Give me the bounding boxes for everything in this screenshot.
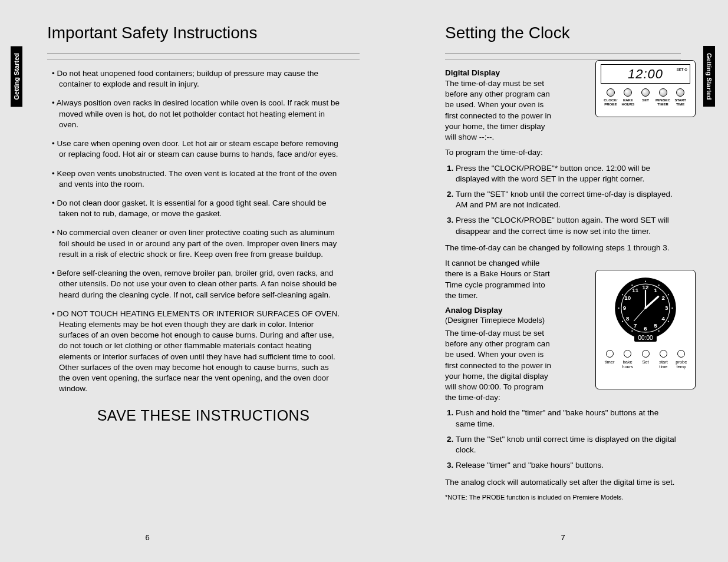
lcd-set-label: SET ⊙ (677, 67, 687, 71)
svg-point-18 (645, 281, 646, 282)
svg-text:7: 7 (634, 322, 637, 329)
analog-intro: The time-of-day must be set before any o… (445, 328, 554, 404)
min-sec-timer-button: MIN/SEC TIMER (654, 88, 672, 106)
svg-text:9: 9 (623, 305, 627, 311)
bullet-item: No commercial oven cleaner or oven liner… (52, 227, 360, 260)
digital-after1: The time-of-day can be changed by follow… (445, 243, 681, 253)
page-number-right: 7 (445, 533, 681, 542)
set-button: SET (637, 88, 654, 106)
svg-point-29 (631, 285, 633, 286)
svg-point-23 (658, 330, 660, 332)
lcd-screen: 12:00 SET ⊙ (601, 64, 690, 84)
divider (445, 53, 681, 60)
analog-clock-face: 12 1 2 3 4 5 6 7 8 9 10 11 (614, 276, 677, 340)
svg-point-22 (668, 321, 669, 322)
digital-intro2: To program the time-of-day: (445, 147, 681, 158)
analog-after: The analog clock will automatically set … (445, 477, 681, 488)
bullet-item: Before self-cleaning the oven, remove br… (52, 268, 360, 300)
svg-text:10: 10 (624, 295, 631, 301)
step-item: Release "timer" and "bake hours" buttons… (456, 460, 681, 471)
bullet-item: Keep oven vents unobstructed. The oven v… (52, 168, 360, 190)
safety-bullets: Do not heat unopened food containers; bu… (47, 68, 360, 394)
svg-text:11: 11 (632, 287, 638, 293)
bullet-item: Do not heat unopened food containers; bu… (52, 68, 360, 90)
bullet-item: DO NOT TOUCH HEATING ELEMENTS OR INTERIO… (52, 309, 360, 395)
page-title-right: Setting the Clock (445, 24, 681, 42)
bake-hours-button: BAKE HOURS (620, 88, 637, 106)
bullet-item: Do not clean door gasket. It is essentia… (52, 198, 360, 219)
clock-probe-button: CLOCK/ PROBE (602, 88, 620, 106)
start-time-button: START TIME (671, 88, 689, 106)
side-tab-left: Getting Started (11, 46, 22, 107)
step-item: Turn the "SET" knob until the correct ti… (456, 189, 681, 210)
digital-display-illustration: 12:00 SET ⊙ CLOCK/ PROBE BAKE HOURS SET … (595, 60, 696, 117)
svg-point-28 (622, 294, 623, 295)
bullet-item: Use care when opening oven door. Let hot… (52, 138, 360, 160)
analog-button-row: timer bake hours Set start time probe te… (601, 350, 690, 370)
svg-text:2: 2 (662, 295, 666, 301)
svg-text:3: 3 (665, 305, 668, 311)
digital-steps: Press the "CLOCK/PROBE"* button once. 12… (445, 163, 681, 237)
svg-point-20 (668, 294, 669, 295)
svg-point-26 (622, 321, 623, 322)
bullet-item: Always position oven racks in desired lo… (52, 98, 360, 130)
step-item: Press the "CLOCK/PROBE" button again. Th… (456, 215, 681, 236)
svg-text:8: 8 (626, 315, 630, 322)
step-item: Push and hold the "timer" and "bake hour… (456, 408, 681, 429)
divider (47, 53, 360, 60)
svg-text:6: 6 (644, 325, 647, 332)
analog-digital-readout: 00:00 (634, 334, 656, 342)
svg-point-21 (671, 308, 673, 309)
svg-text:1: 1 (654, 287, 658, 293)
save-instructions: SAVE THESE INSTRUCTIONS (47, 407, 360, 424)
start-time-button: start time (654, 350, 672, 370)
timer-button: timer (601, 350, 618, 370)
svg-text:12: 12 (643, 284, 649, 290)
analog-steps: Push and hold the "timer" and "bake hour… (445, 408, 681, 471)
page-right: Setting the Clock Digital Display The ti… (445, 24, 681, 542)
digital-after2: It cannot be changed while there is a Ba… (445, 258, 554, 301)
analog-display-illustration: 12 1 2 3 4 5 6 7 8 9 10 11 (595, 270, 696, 389)
svg-text:5: 5 (654, 322, 658, 329)
digital-intro: The time-of-day must be set before any o… (445, 78, 554, 143)
footnote: *NOTE: The PROBE function is included on… (445, 494, 681, 501)
step-item: Turn the "Set" knob until correct time i… (456, 434, 681, 455)
step-item: Press the "CLOCK/PROBE"* button once. 12… (456, 163, 681, 184)
page-number-left: 6 (0, 533, 304, 542)
svg-point-27 (618, 308, 620, 309)
side-tab-right: Getting Started (703, 46, 715, 107)
digital-button-row: CLOCK/ PROBE BAKE HOURS SET MIN/SEC TIME… (601, 88, 690, 106)
page-left: Important Safety Instructions Do not hea… (47, 24, 360, 542)
probe-temp-button: probe temp (673, 350, 690, 370)
lcd-time: 12:00 (628, 67, 663, 82)
svg-point-19 (658, 285, 660, 286)
set-knob: Set (637, 350, 654, 370)
svg-point-25 (631, 330, 633, 332)
page-title-left: Important Safety Instructions (47, 24, 360, 42)
svg-text:4: 4 (662, 315, 666, 322)
bake-hours-button: bake hours (618, 350, 636, 370)
